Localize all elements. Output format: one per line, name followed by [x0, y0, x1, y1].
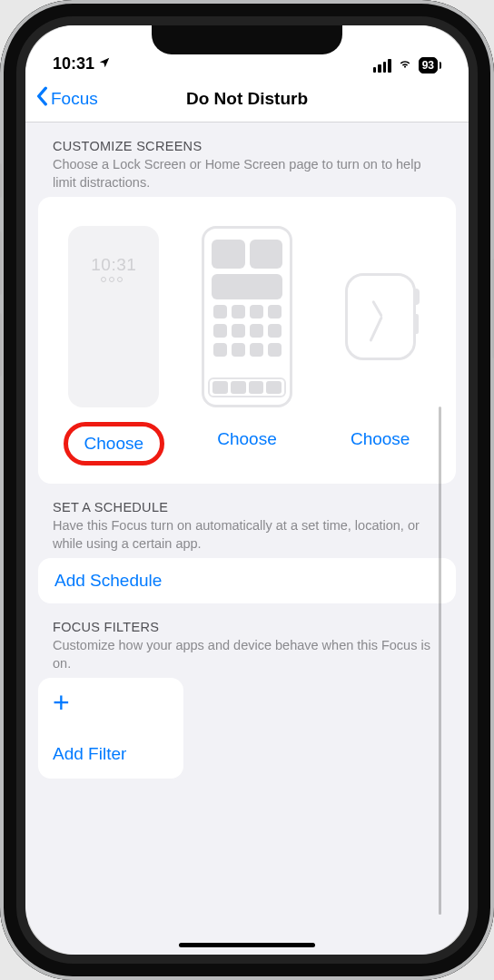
customize-screens-panel: 10:31 Choose C: [38, 197, 456, 484]
choose-watch-button[interactable]: Choose: [351, 429, 410, 449]
schedule-sub: Have this Focus turn on automatically at…: [53, 517, 441, 553]
home-screen-preview[interactable]: [202, 226, 292, 407]
wifi-icon: [397, 57, 413, 74]
status-time: 10:31: [53, 54, 94, 74]
content-scroll[interactable]: CUSTOMIZE SCREENS Choose a Lock Screen o…: [25, 122, 469, 955]
battery-percent: 93: [422, 59, 434, 72]
customize-header: CUSTOMIZE SCREENS Choose a Lock Screen o…: [38, 122, 456, 197]
home-screen-option: Choose: [184, 226, 311, 466]
home-indicator[interactable]: [179, 943, 315, 947]
filters-title: FOCUS FILTERS: [53, 620, 441, 634]
back-label: Focus: [51, 89, 98, 109]
volume-down: [0, 313, 2, 377]
filters-header: FOCUS FILTERS Customize how your apps an…: [38, 603, 456, 678]
cellular-signal-icon: [373, 59, 391, 73]
watch-preview[interactable]: [335, 226, 426, 407]
customize-sub: Choose a Lock Screen or Home Screen page…: [53, 156, 441, 191]
schedule-title: SET A SCHEDULE: [53, 500, 441, 514]
choose-home-button[interactable]: Choose: [217, 429, 277, 449]
screen: 10:31 93: [25, 25, 469, 955]
lock-preview-time: 10:31: [91, 255, 136, 275]
add-filter-label: Add Filter: [53, 744, 169, 764]
add-schedule-button[interactable]: Add Schedule: [38, 558, 456, 603]
nav-bar: Focus Do Not Disturb: [25, 75, 469, 122]
add-filter-card[interactable]: + Add Filter: [38, 678, 183, 778]
lock-screen-option: 10:31 Choose: [51, 226, 177, 466]
scroll-indicator: [439, 407, 441, 915]
customize-title: CUSTOMIZE SCREENS: [53, 139, 441, 153]
notch: [152, 25, 342, 54]
lock-screen-preview[interactable]: 10:31: [68, 226, 159, 407]
mute-switch: [0, 163, 2, 198]
add-schedule-label: Add Schedule: [54, 571, 440, 591]
watch-option: Choose: [317, 226, 443, 466]
plus-icon: +: [53, 692, 169, 712]
schedule-header: SET A SCHEDULE Have this Focus turn on a…: [38, 484, 456, 558]
highlight-annotation: Choose: [64, 422, 165, 466]
location-arrow-icon: [98, 54, 111, 74]
back-button[interactable]: Focus: [36, 86, 98, 111]
chevron-left-icon: [36, 86, 49, 111]
filters-sub: Customize how your apps and device behav…: [53, 637, 441, 672]
device-frame: 10:31 93: [0, 0, 494, 980]
choose-lock-button[interactable]: Choose: [84, 434, 144, 454]
volume-up: [0, 231, 2, 295]
battery-icon: 93: [419, 57, 438, 74]
battery-nub: [440, 62, 441, 69]
